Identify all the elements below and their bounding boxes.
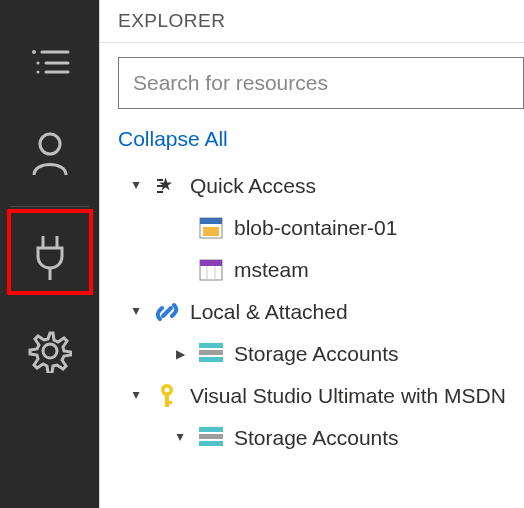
svg-rect-24 (199, 357, 223, 362)
quick-access-icon (154, 173, 180, 199)
tree-node-storage-accounts-sub[interactable]: ▲ Storage Accounts (118, 417, 524, 459)
activity-bar (0, 0, 99, 508)
tree-node-blob-container[interactable]: blob-container-01 (118, 207, 524, 249)
svg-point-0 (32, 50, 36, 54)
svg-rect-22 (199, 343, 223, 348)
sidebar-divider (10, 206, 89, 207)
expand-icon: ▲ (128, 305, 144, 319)
resource-tree: ▲ Quick Access blob-container-01 (100, 165, 524, 459)
tree-label: Local & Attached (190, 299, 348, 324)
link-icon (154, 299, 180, 325)
tree-node-quick-access[interactable]: ▲ Quick Access (118, 165, 524, 207)
key-icon (154, 383, 180, 409)
tree-label: Visual Studio Ultimate with MSDN (190, 383, 506, 408)
tree-label: Quick Access (190, 173, 316, 198)
svg-rect-19 (200, 260, 222, 266)
tree-node-subscription[interactable]: ▲ Visual Studio Ultimate with MSDN (118, 375, 524, 417)
expand-icon: ▲ (172, 431, 188, 445)
svg-point-10 (43, 344, 57, 358)
blob-container-icon (198, 215, 224, 241)
tree-label: msteam (234, 257, 309, 282)
storage-account-icon (198, 425, 224, 451)
plug-icon (30, 234, 70, 282)
tree-node-local-attached[interactable]: ▲ Local & Attached (118, 291, 524, 333)
tree-label: Storage Accounts (234, 425, 399, 450)
tree-label: Storage Accounts (234, 341, 399, 366)
tree-label: blob-container-01 (234, 215, 397, 240)
person-icon (30, 131, 70, 177)
gear-icon (28, 329, 72, 373)
expand-icon: ▲ (128, 179, 144, 193)
svg-rect-31 (199, 441, 223, 446)
svg-rect-16 (200, 218, 222, 224)
svg-rect-28 (165, 401, 172, 404)
panel-title: EXPLORER (100, 0, 524, 43)
explorer-panel: EXPLORER Collapse All ▲ Quick Access (99, 0, 524, 508)
svg-rect-30 (199, 434, 223, 439)
collapse-icon: ▶ (172, 347, 188, 361)
svg-rect-29 (199, 427, 223, 432)
sidebar-item-connect[interactable] (5, 215, 95, 300)
table-icon (198, 257, 224, 283)
expand-icon: ▲ (128, 389, 144, 403)
svg-rect-23 (199, 350, 223, 355)
sidebar-item-explorer[interactable] (5, 18, 95, 103)
tree-node-msteam[interactable]: msteam (118, 249, 524, 291)
svg-rect-17 (203, 227, 219, 236)
storage-account-icon (198, 341, 224, 367)
search-input[interactable] (118, 57, 524, 109)
sidebar-item-account[interactable] (5, 111, 95, 196)
collapse-all-link[interactable]: Collapse All (100, 123, 524, 165)
tree-node-storage-accounts[interactable]: ▶ Storage Accounts (118, 333, 524, 375)
svg-point-26 (165, 388, 170, 393)
list-icon (30, 46, 70, 76)
sidebar-item-settings[interactable] (5, 308, 95, 393)
search-container (100, 43, 524, 123)
svg-point-6 (40, 134, 60, 154)
